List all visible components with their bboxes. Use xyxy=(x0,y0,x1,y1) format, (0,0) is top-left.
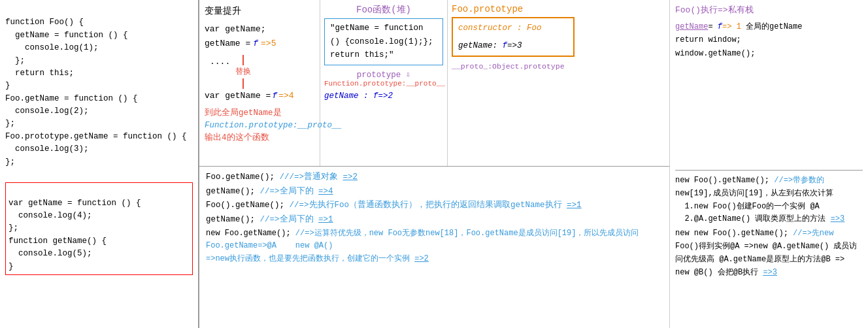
middle-panel: 变量提升 var getName; getName = f=>5 .... 替换… xyxy=(199,0,670,328)
hoist-note: 到此全局getName是Function.prototype:__proto__… xyxy=(205,107,314,144)
mid-bottom-section: Foo.getName(); ///=>普通对象 =>2 getName(); … xyxy=(199,167,669,328)
hoist-title: 变量提升 xyxy=(205,4,314,20)
heap-getname-label: getName : f=>2 xyxy=(324,91,443,101)
proto-sub-label: Function.prototype:__proto__ xyxy=(324,80,443,88)
exec-title: Foo()执行=>私有栈 xyxy=(675,4,863,18)
proto-label-text: prototype xyxy=(357,71,401,80)
proto-constructor-label: constructor : Foo xyxy=(458,21,568,36)
code-line-15: }; xyxy=(8,223,18,233)
rb-line-8: new @B() 会把@B执行 =>3 xyxy=(675,267,863,280)
hoist-var-assign4: var getName = f=>4 xyxy=(205,89,314,103)
mb-line-1: Foo.getName(); ///=>普通对象 =>2 xyxy=(206,171,663,184)
foo-proto-column: Foo.prototype constructor : Foo getName:… xyxy=(448,0,578,166)
mb-line-2: getName(); //=>全局下的 =>4 xyxy=(206,185,663,199)
exec-f1: f xyxy=(718,22,722,31)
rb-line-5: new new Foo().getName(); //=>先new xyxy=(675,227,863,240)
hoist-vargetname: var getName = xyxy=(205,89,271,103)
proto-obj-label: __proto_:Object.prototype xyxy=(452,62,575,71)
hoist-note-2: 输出4的这个函数 xyxy=(205,132,314,144)
code-line-8: console.log(2); xyxy=(5,107,89,116)
code-line-2: getName = function () { xyxy=(5,31,128,40)
hoist-italic-f: f xyxy=(253,37,258,51)
hoist-arrow-section: .... 替换 xyxy=(210,55,314,89)
right-bottom-text: new Foo().getName(); //=>带参数的 new[19],成员… xyxy=(675,174,863,279)
hoist-column: 变量提升 var getName; getName = f=>5 .... 替换… xyxy=(199,0,320,166)
heap-content2: () {console.log(1);}; xyxy=(330,35,437,49)
code-line-11: console.log(3); xyxy=(5,144,89,154)
proto-f3: f xyxy=(503,41,508,50)
mb-line-3: Foo().getName(); //=>先执行Foo（普通函数执行），把执行的… xyxy=(206,199,663,212)
rb-line-3: 1.new Foo()创建Foo的一个实例 @A xyxy=(675,201,863,214)
mb-line-4: getName(); //=>全局下的 =>1 xyxy=(206,213,663,227)
hoist-dots-text: .... xyxy=(210,55,230,69)
mid-top-section: 变量提升 var getName; getName = f=>5 .... 替换… xyxy=(199,0,669,167)
hoist-dots: .... xyxy=(210,55,230,69)
code-top: function Foo() { getName = function () {… xyxy=(5,4,193,181)
exec-window-line: window.getName(); xyxy=(675,47,863,60)
rb-line-7: 问优先级高 @A.getName是原型上的方法@B => xyxy=(675,254,863,267)
right-panel: Foo()执行=>私有栈 getName= f=> 1 全局的getName r… xyxy=(670,0,868,328)
heap-box: "getName = function () {console.log(1);}… xyxy=(324,18,443,65)
code-line-4: }; xyxy=(5,56,25,65)
hoist-note-1: 到此全局getName是Function.prototype:__proto__ xyxy=(205,107,314,132)
heap-content1: "getName = function xyxy=(330,22,437,35)
proto-arrow-icon: ⇩ xyxy=(406,71,411,80)
heap-content3: return this;" xyxy=(330,48,437,62)
code-line-5: return this; xyxy=(5,69,74,78)
code-line-17: console.log(5); xyxy=(8,249,92,258)
code-line-18: } xyxy=(8,262,14,271)
proto-getname-label: getName: f=>3 xyxy=(458,39,568,54)
rb-line-2: new[19],成员访问[19]，从左到右依次计算 xyxy=(675,188,863,201)
code-line-13: var getName = function () { xyxy=(8,199,141,208)
exec-getname-line: getName= f=> 1 全局的getName xyxy=(675,20,863,33)
code-line-3: console.log(1); xyxy=(5,43,99,52)
code-line-7: Foo.getName = function () { xyxy=(5,94,138,103)
proto-getname-text: getName: xyxy=(458,41,503,50)
exec-return-line: return window; xyxy=(675,33,863,46)
mb-line-5: new Foo.getName(); //=>运算符优先级，new Foo无参数… xyxy=(206,227,663,266)
arrow-line-up xyxy=(242,55,244,65)
foo-heap-column: Foo函数(堆) "getName = function () {console… xyxy=(320,0,448,166)
hoist-var: var getName; xyxy=(205,22,314,37)
exec-equals: = xyxy=(708,22,717,31)
hoist-arrow5: =>5 xyxy=(261,37,276,51)
code-line-16: function getName() { xyxy=(8,237,107,246)
code-redbox-inner: var getName = function () { console.log(… xyxy=(8,184,190,273)
exec-arrow1: => 1 xyxy=(722,22,741,31)
heap-title: Foo函数(堆) xyxy=(324,4,443,16)
code-line-14: console.log(4); xyxy=(8,211,92,220)
hoist-assign-line: getName = f=>5 xyxy=(205,37,314,51)
left-code-panel: function Foo() { getName = function () {… xyxy=(0,0,199,328)
hoist-arrow-block: 替换 xyxy=(235,55,251,89)
hoist-getname-label: getName = xyxy=(205,37,250,51)
proto-arrow3: =>3 xyxy=(507,41,522,50)
code-line-9: }; xyxy=(5,119,15,128)
hoist-arrow4: =>4 xyxy=(278,89,293,103)
red-box-code: var getName = function () { console.log(… xyxy=(5,182,193,275)
hoist-italic-f2: f xyxy=(272,89,277,103)
rb-line-1: new Foo().getName(); //=>带参数的 xyxy=(675,174,863,188)
proto-title: Foo.prototype xyxy=(452,4,575,14)
right-top-section: Foo()执行=>私有栈 getName= f=> 1 全局的getName r… xyxy=(675,4,863,171)
hoist-replace-label: 替换 xyxy=(235,65,251,78)
code-line-1: function Foo() { xyxy=(5,18,84,27)
code-line-6: } xyxy=(5,81,10,90)
code-line-10: Foo.prototype.getName = function () { xyxy=(5,132,187,141)
proto-label: prototype ⇩ xyxy=(324,69,443,80)
rb-line-4: 2.@A.getName() 调取类原型上的方法 =>3 xyxy=(675,213,863,226)
code-line-12: }; xyxy=(5,157,15,167)
exec-global: 全局的getName xyxy=(741,22,803,31)
right-bottom-section: new Foo().getName(); //=>带参数的 new[19],成员… xyxy=(675,171,863,279)
proto-box: constructor : Foo getName: f=>3 xyxy=(452,17,575,57)
rb-line-6: Foo()得到实例@A =>new @A.getName() 成员访 xyxy=(675,240,863,254)
arrow-line-down xyxy=(242,78,244,89)
exec-getname: getName xyxy=(675,22,708,31)
